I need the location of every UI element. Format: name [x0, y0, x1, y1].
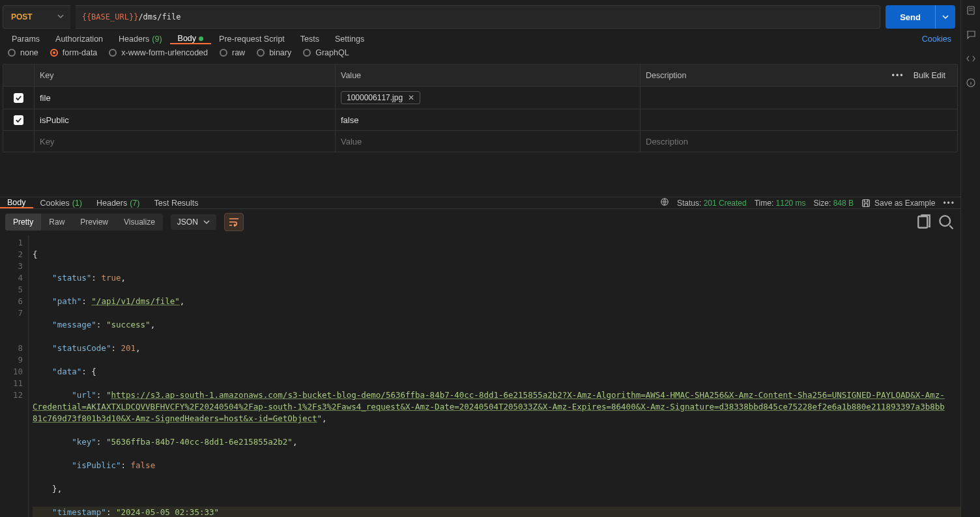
send-button[interactable]: Send	[886, 5, 955, 29]
line-gutter: 1 2 3 4 5 6 7 8 9 10 11 12	[0, 235, 29, 517]
close-icon[interactable]: ✕	[408, 93, 414, 102]
svg-point-3	[940, 216, 950, 226]
view-visualize[interactable]: Visualize	[116, 214, 163, 231]
tab-pre-request-script[interactable]: Pre-request Script	[211, 34, 293, 44]
time-label: Time: 1120 ms	[755, 199, 806, 208]
body-type-form-data[interactable]: form-data	[50, 48, 98, 57]
chevron-down-icon	[57, 12, 64, 21]
radio-icon	[50, 49, 58, 57]
form-data-table: Key Value Description ••• Bulk Edit 1000…	[3, 64, 958, 152]
col-value: Value	[336, 64, 641, 86]
size-label: Size: 848 B	[814, 199, 854, 208]
response-tab-test-results[interactable]: Test Results	[147, 197, 205, 208]
request-url-input[interactable]: {{BASE_URL}}/dms/file	[76, 5, 881, 29]
globe-icon[interactable]	[660, 197, 669, 208]
code-icon[interactable]	[966, 53, 976, 66]
format-select[interactable]: JSON	[171, 214, 216, 230]
radio-icon	[109, 49, 117, 57]
body-type-raw[interactable]: raw	[220, 48, 245, 57]
right-rail	[960, 0, 980, 517]
tab-body[interactable]: Body	[170, 34, 212, 44]
tab-settings[interactable]: Settings	[327, 34, 372, 44]
value-input[interactable]	[341, 137, 635, 147]
row-checkbox[interactable]	[14, 93, 23, 103]
col-description: Description	[646, 71, 687, 80]
send-dropdown[interactable]	[935, 5, 955, 29]
svg-rect-2	[918, 216, 927, 228]
docs-icon[interactable]	[966, 5, 976, 18]
description-input[interactable]	[646, 115, 952, 125]
value-input[interactable]	[341, 115, 635, 125]
key-input[interactable]	[40, 137, 330, 147]
col-key: Key	[35, 64, 336, 86]
key-input[interactable]	[40, 93, 330, 103]
table-row	[3, 109, 957, 130]
view-raw[interactable]: Raw	[41, 214, 72, 231]
file-chip-name: 1000006117.jpg	[347, 93, 403, 102]
tab-tests[interactable]: Tests	[293, 34, 327, 44]
info-icon[interactable]	[966, 77, 976, 90]
response-tab-body[interactable]: Body	[0, 197, 33, 208]
http-method-label: POST	[11, 12, 33, 21]
view-pretty[interactable]: Pretty	[5, 214, 41, 231]
search-icon[interactable]	[937, 213, 955, 231]
body-type-x-www-form-urlencoded[interactable]: x-www-form-urlencoded	[109, 48, 208, 57]
status-label: Status: 201 Created	[677, 199, 747, 208]
bulk-edit-button[interactable]: Bulk Edit	[914, 71, 945, 80]
response-tab-headers[interactable]: Headers (7)	[89, 197, 147, 208]
wrap-lines-button[interactable]	[224, 213, 244, 231]
row-checkbox[interactable]	[14, 115, 23, 125]
view-preview[interactable]: Preview	[72, 214, 116, 231]
table-row: 1000006117.jpg ✕	[3, 86, 957, 109]
radio-icon	[220, 49, 227, 57]
more-icon[interactable]: •••	[943, 199, 955, 208]
response-tab-cookies[interactable]: Cookies (1)	[33, 197, 89, 208]
svg-rect-1	[863, 199, 870, 206]
radio-icon	[257, 49, 265, 57]
response-body[interactable]: 1 2 3 4 5 6 7 8 9 10 11 12 { "status": t…	[0, 235, 960, 517]
more-icon[interactable]: •••	[892, 71, 904, 80]
file-chip[interactable]: 1000006117.jpg ✕	[341, 91, 420, 104]
cookies-link[interactable]: Cookies	[922, 35, 957, 44]
body-type-graphql[interactable]: GraphQL	[303, 48, 349, 57]
comment-icon[interactable]	[966, 29, 976, 42]
body-type-none[interactable]: none	[8, 48, 38, 57]
radio-icon	[8, 49, 16, 57]
radio-icon	[303, 49, 311, 57]
url-path: /dms/file	[138, 12, 180, 21]
copy-icon[interactable]	[915, 213, 933, 231]
http-method-select[interactable]: POST	[3, 5, 70, 29]
url-variable: {{BASE_URL}}	[82, 12, 139, 21]
save-as-example-button[interactable]: Save as Example	[861, 199, 935, 208]
tab-authorization[interactable]: Authorization	[48, 34, 111, 44]
key-input[interactable]	[40, 115, 330, 125]
description-input[interactable]	[646, 137, 952, 147]
send-label: Send	[886, 12, 935, 22]
tab-params[interactable]: Params	[4, 34, 48, 44]
body-type-binary[interactable]: binary	[257, 48, 291, 57]
table-row-empty	[3, 130, 957, 152]
tab-headers[interactable]: Headers (9)	[111, 34, 170, 44]
description-input[interactable]	[646, 93, 952, 103]
unsaved-dot-icon	[199, 36, 203, 41]
